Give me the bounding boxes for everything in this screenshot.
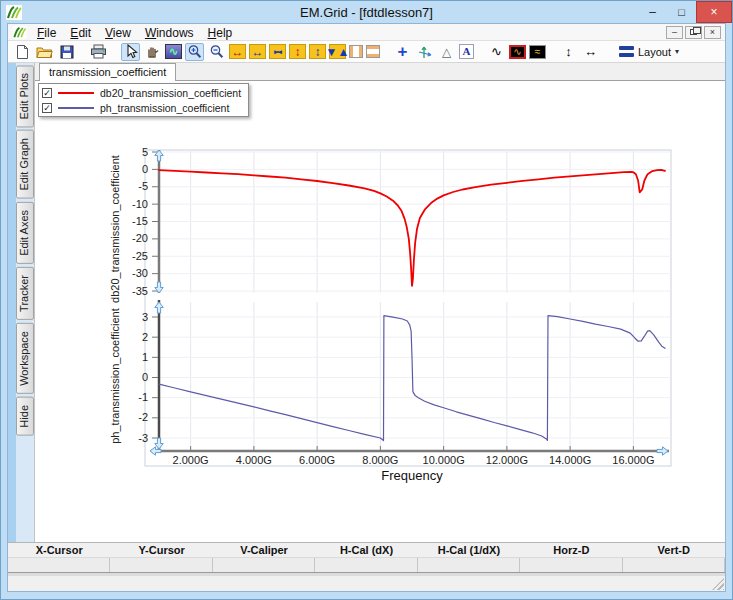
svg-text:2: 2 [142, 331, 148, 343]
plot-canvas[interactable]: 50-5-10-15-20-25-30-353210-1-2-32.000G4.… [35, 81, 732, 548]
readout-value [110, 558, 212, 572]
copy-plot-icon[interactable]: ∿ [487, 43, 506, 61]
axes-tracker-icon[interactable] [415, 43, 434, 61]
app-logo-icon [6, 5, 22, 20]
tab-transmission-coefficient[interactable]: transmission_coefficient [39, 63, 176, 81]
svg-text:14.000G: 14.000G [549, 454, 591, 466]
window-bottom-border [1, 592, 732, 599]
svg-text:16.000G: 16.000G [612, 454, 654, 466]
menu-file[interactable]: File [30, 26, 63, 40]
legend-row: ✓ph_transmission_coefficient [42, 101, 241, 114]
sidebar-tab-edit-graph[interactable]: Edit Graph [16, 130, 34, 199]
svg-text:0: 0 [142, 163, 148, 175]
svg-text:-25: -25 [132, 250, 148, 262]
open-icon[interactable] [35, 43, 54, 61]
mdi-restore-button[interactable] [685, 26, 702, 39]
svg-text:3: 3 [142, 311, 148, 323]
title-bar[interactable]: EM.Grid - [fdtdlesson7] – □ × [1, 1, 732, 23]
readout-value [8, 558, 110, 572]
print-icon[interactable] [89, 43, 108, 61]
mdi-minimize-button[interactable]: – [666, 26, 683, 39]
fit-vertical-icon[interactable]: ▼▲ [329, 44, 346, 59]
document-tab-strip: transmission_coefficient [35, 63, 725, 81]
client-area: FileEditViewWindowsHelp –× ∿↔↔▸▪◂↕↕▼▲+△A… [7, 23, 726, 592]
legend-label: db20_transmission_coefficient [100, 87, 241, 99]
svg-text:-10: -10 [132, 198, 148, 210]
svg-text:10.000G: 10.000G [423, 454, 465, 466]
maximize-button[interactable]: □ [667, 1, 696, 23]
distribute-horizontal-icon[interactable]: ↔ [581, 43, 600, 61]
svg-text:-35: -35 [132, 285, 148, 297]
menu-view[interactable]: View [98, 26, 138, 40]
sidebar-tab-edit-plots[interactable]: Edit Plots [16, 65, 34, 127]
shrink-horizontal-icon[interactable]: ↔ [249, 44, 266, 59]
minimize-button[interactable]: – [638, 1, 667, 23]
sidebar-tab-workspace[interactable]: Workspace [16, 323, 34, 394]
plot-mode-icon[interactable]: ∿ [165, 44, 182, 59]
window-title: EM.Grid - [fdtdlesson7] [1, 5, 732, 20]
axis-drag-handle[interactable] [155, 438, 163, 449]
overlay-plots-icon[interactable]: ≈ [529, 45, 546, 59]
plot-legend: ✓db20_transmission_coefficient✓ph_transm… [38, 83, 249, 117]
plot-window-icon[interactable]: ∿ [509, 45, 526, 59]
caliper-triangle-icon[interactable]: △ [437, 43, 456, 61]
left-right-margins-icon[interactable] [349, 45, 363, 58]
crosshair-icon[interactable]: + [393, 43, 412, 61]
menu-edit[interactable]: Edit [63, 26, 98, 40]
top-bottom-margins-icon[interactable] [366, 45, 380, 58]
sidebar-tab-hide[interactable]: Hide [16, 397, 34, 436]
app-logo-icon-small [12, 26, 27, 39]
axis-drag-handle[interactable] [657, 447, 668, 455]
sidebar-tab-edit-axes[interactable]: Edit Axes [16, 202, 34, 264]
legend-row: ✓db20_transmission_coefficient [42, 86, 241, 99]
zoom-out-icon[interactable] [207, 43, 226, 61]
readout-value [520, 558, 622, 572]
legend-checkbox[interactable]: ✓ [42, 88, 52, 98]
zoom-in-icon[interactable] [185, 43, 204, 61]
plot-panel: ✓db20_transmission_coefficient✓ph_transm… [35, 81, 725, 542]
axes-lines [151, 150, 669, 451]
axis-drag-handle[interactable] [155, 302, 163, 313]
new-icon[interactable] [13, 43, 32, 61]
expand-vertical-icon[interactable]: ↕ [289, 44, 306, 59]
close-button[interactable]: × [696, 1, 732, 23]
sidebar-tab-tracker[interactable]: Tracker [16, 267, 34, 320]
legend-line-sample [58, 107, 94, 109]
svg-text:-3: -3 [138, 432, 148, 444]
legend-line-sample [58, 92, 94, 94]
resize-grip[interactable] [712, 578, 724, 590]
layout-button[interactable]: Layout▾ [615, 45, 683, 59]
distribute-vertical-icon[interactable]: ↕ [559, 43, 578, 61]
grid-lines [159, 150, 671, 450]
legend-checkbox[interactable]: ✓ [42, 103, 52, 113]
shrink-vertical-icon[interactable]: ↕ [309, 44, 326, 59]
svg-text:2.000G: 2.000G [173, 454, 209, 466]
x-tick-labels: 2.000G4.000G6.000G8.000G10.000G12.000G14… [173, 446, 655, 466]
toolbar: ∿↔↔▸▪◂↕↕▼▲+△A∿∿≈↕↔Layout▾ [8, 41, 725, 63]
text-annotation-icon[interactable]: A [459, 44, 474, 59]
sidebar-tabs: Edit PlotsEdit GraphEdit AxesTrackerWork… [16, 63, 34, 542]
pan-hand-icon[interactable] [143, 43, 162, 61]
app-window: EM.Grid - [fdtdlesson7] – □ × FileEditVi… [0, 0, 733, 600]
svg-text:12.000G: 12.000G [486, 454, 528, 466]
save-icon[interactable] [57, 43, 76, 61]
readout-value [315, 558, 417, 572]
select-arrow-icon[interactable] [121, 43, 140, 61]
svg-text:-5: -5 [138, 180, 148, 192]
status-bar [8, 576, 725, 591]
y-tick-labels: 50-5-10-15-20-25-30-35 [132, 146, 158, 297]
fit-horizontal-icon[interactable]: ▸▪◂ [269, 44, 286, 59]
expand-horizontal-icon[interactable]: ↔ [229, 44, 246, 59]
graph-frame [145, 150, 671, 466]
menu-help[interactable]: Help [201, 26, 240, 40]
mdi-close-button[interactable]: × [704, 26, 721, 39]
svg-text:6.000G: 6.000G [299, 454, 335, 466]
y-axis-title-db20: db20_transmission_coefficient [109, 155, 121, 303]
svg-text:-2: -2 [138, 411, 148, 423]
svg-text:-20: -20 [132, 232, 148, 244]
legend-label: ph_transmission_coefficient [100, 102, 229, 114]
menu-windows[interactable]: Windows [138, 26, 201, 40]
y-tick-labels: 3210-1-2-3 [138, 311, 158, 444]
db20_transmission_coefficient-curve [159, 170, 665, 286]
svg-text:-30: -30 [132, 267, 148, 279]
